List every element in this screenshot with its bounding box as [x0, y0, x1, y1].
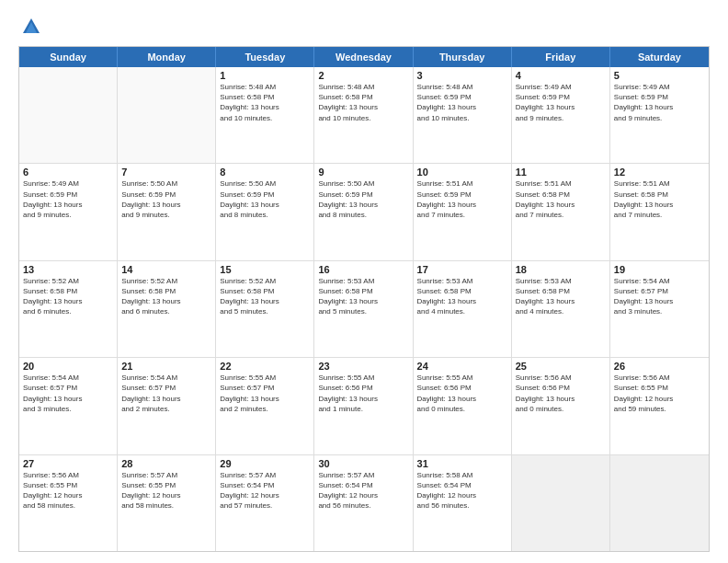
- cell-info-line: Sunrise: 5:50 AM: [220, 178, 310, 189]
- day-cell-8: 8Sunrise: 5:50 AMSunset: 6:59 PMDaylight…: [216, 164, 314, 259]
- cell-info-line: Sunset: 6:59 PM: [417, 190, 507, 200]
- cell-info-line: Sunset: 6:56 PM: [516, 383, 606, 393]
- day-number: 1: [220, 70, 310, 81]
- cell-info-line: Sunset: 6:58 PM: [516, 286, 606, 296]
- cell-info-line: Daylight: 13 hours: [121, 394, 211, 404]
- empty-cell-4-5: [512, 455, 610, 551]
- cell-info-line: Daylight: 13 hours: [23, 394, 113, 404]
- cell-info-line: and 4 minutes.: [417, 306, 507, 316]
- cell-info-line: Sunrise: 5:55 AM: [220, 373, 310, 383]
- day-cell-11: 11Sunrise: 5:51 AMSunset: 6:58 PMDayligh…: [512, 164, 610, 259]
- day-number: 23: [318, 361, 408, 372]
- cell-info-line: Daylight: 13 hours: [516, 102, 606, 112]
- day-cell-12: 12Sunrise: 5:51 AMSunset: 6:58 PMDayligh…: [610, 164, 709, 259]
- cell-info-line: and 9 minutes.: [23, 210, 113, 220]
- cell-info-line: and 6 minutes.: [23, 306, 113, 316]
- cell-info-line: Daylight: 12 hours: [614, 394, 705, 404]
- cell-info-line: Sunrise: 5:50 AM: [318, 178, 408, 189]
- day-number: 22: [220, 361, 310, 372]
- cell-info-line: Daylight: 13 hours: [23, 200, 113, 210]
- cell-info-line: Sunrise: 5:48 AM: [318, 82, 408, 92]
- cell-info-line: and 58 minutes.: [121, 500, 211, 511]
- cell-info-line: and 6 minutes.: [121, 306, 211, 316]
- header: [18, 17, 710, 37]
- day-cell-23: 23Sunrise: 5:55 AMSunset: 6:56 PMDayligh…: [314, 358, 413, 454]
- cell-info-line: Sunrise: 5:51 AM: [614, 178, 705, 189]
- cell-info-line: and 10 minutes.: [318, 113, 408, 123]
- day-cell-22: 22Sunrise: 5:55 AMSunset: 6:57 PMDayligh…: [216, 358, 314, 454]
- day-cell-28: 28Sunrise: 5:57 AMSunset: 6:55 PMDayligh…: [118, 455, 216, 551]
- cell-info-line: and 57 minutes.: [220, 500, 310, 511]
- day-cell-14: 14Sunrise: 5:52 AMSunset: 6:58 PMDayligh…: [118, 261, 216, 357]
- cell-info-line: and 5 minutes.: [318, 306, 408, 316]
- day-cell-9: 9Sunrise: 5:50 AMSunset: 6:59 PMDaylight…: [314, 164, 413, 259]
- cell-info-line: Sunrise: 5:48 AM: [220, 82, 310, 92]
- header-thursday: Thursday: [414, 47, 512, 67]
- cell-info-line: Sunrise: 5:55 AM: [318, 373, 408, 383]
- cell-info-line: Daylight: 13 hours: [417, 296, 507, 306]
- cell-info-line: and 9 minutes.: [121, 210, 211, 220]
- cell-info-line: Sunrise: 5:52 AM: [121, 276, 211, 286]
- cell-info-line: Daylight: 13 hours: [318, 394, 408, 404]
- cell-info-line: Daylight: 12 hours: [417, 490, 507, 500]
- cell-info-line: Sunset: 6:59 PM: [220, 190, 310, 200]
- day-number: 28: [121, 458, 211, 469]
- cell-info-line: Sunrise: 5:53 AM: [516, 276, 606, 286]
- cell-info-line: Daylight: 13 hours: [417, 102, 507, 112]
- cell-info-line: Sunrise: 5:55 AM: [417, 373, 507, 383]
- cell-info-line: Sunrise: 5:57 AM: [121, 470, 211, 480]
- cell-info-line: Daylight: 13 hours: [220, 200, 310, 210]
- cell-info-line: and 4 minutes.: [516, 306, 606, 316]
- cell-info-line: Sunset: 6:58 PM: [121, 286, 211, 296]
- cell-info-line: and 7 minutes.: [417, 210, 507, 220]
- cell-info-line: and 2 minutes.: [121, 404, 211, 414]
- cell-info-line: Daylight: 13 hours: [417, 394, 507, 404]
- cell-info-line: Sunrise: 5:49 AM: [516, 82, 606, 92]
- logo: [18, 17, 44, 37]
- empty-cell-0-0: [19, 67, 118, 163]
- cell-info-line: and 56 minutes.: [318, 500, 408, 511]
- cell-info-line: Daylight: 13 hours: [318, 200, 408, 210]
- cell-info-line: Sunset: 6:58 PM: [417, 286, 507, 296]
- cell-info-line: Daylight: 13 hours: [516, 200, 606, 210]
- cell-info-line: Sunrise: 5:51 AM: [516, 178, 606, 189]
- day-number: 15: [220, 264, 310, 275]
- day-number: 18: [516, 264, 606, 275]
- cell-info-line: and 9 minutes.: [614, 113, 705, 123]
- day-number: 21: [121, 361, 211, 372]
- day-cell-4: 4Sunrise: 5:49 AMSunset: 6:59 PMDaylight…: [512, 67, 610, 163]
- day-number: 31: [417, 458, 507, 469]
- cell-info-line: Sunset: 6:59 PM: [23, 190, 113, 200]
- cell-info-line: Daylight: 13 hours: [516, 296, 606, 306]
- cell-info-line: Sunset: 6:57 PM: [121, 383, 211, 393]
- logo-text: [18, 17, 44, 37]
- day-cell-29: 29Sunrise: 5:57 AMSunset: 6:54 PMDayligh…: [216, 455, 314, 551]
- day-number: 11: [516, 167, 606, 178]
- cell-info-line: and 3 minutes.: [614, 306, 705, 316]
- cell-info-line: Daylight: 12 hours: [121, 490, 211, 500]
- calendar-row-2: 13Sunrise: 5:52 AMSunset: 6:58 PMDayligh…: [19, 261, 709, 358]
- cell-info-line: Sunset: 6:57 PM: [220, 383, 310, 393]
- cell-info-line: Sunset: 6:55 PM: [121, 480, 211, 490]
- day-cell-3: 3Sunrise: 5:48 AMSunset: 6:59 PMDaylight…: [414, 67, 512, 163]
- cell-info-line: Sunset: 6:59 PM: [614, 92, 705, 102]
- calendar-row-1: 6Sunrise: 5:49 AMSunset: 6:59 PMDaylight…: [19, 164, 709, 260]
- cell-info-line: Sunset: 6:56 PM: [318, 383, 408, 393]
- cell-info-line: Sunset: 6:57 PM: [23, 383, 113, 393]
- cell-info-line: and 56 minutes.: [417, 500, 507, 511]
- cell-info-line: Sunset: 6:57 PM: [614, 286, 705, 296]
- cell-info-line: and 8 minutes.: [220, 210, 310, 220]
- day-number: 12: [614, 167, 705, 178]
- day-number: 2: [318, 70, 408, 81]
- day-number: 17: [417, 264, 507, 275]
- day-cell-15: 15Sunrise: 5:52 AMSunset: 6:58 PMDayligh…: [216, 261, 314, 357]
- day-number: 16: [318, 264, 408, 275]
- calendar-body: 1Sunrise: 5:48 AMSunset: 6:58 PMDaylight…: [19, 67, 709, 551]
- cell-info-line: Sunset: 6:56 PM: [417, 383, 507, 393]
- cell-info-line: Sunrise: 5:53 AM: [318, 276, 408, 286]
- day-cell-17: 17Sunrise: 5:53 AMSunset: 6:58 PMDayligh…: [414, 261, 512, 357]
- cell-info-line: Daylight: 13 hours: [220, 296, 310, 306]
- cell-info-line: and 10 minutes.: [417, 113, 507, 123]
- cell-info-line: Sunset: 6:55 PM: [23, 480, 113, 490]
- cell-info-line: Sunrise: 5:48 AM: [417, 82, 507, 92]
